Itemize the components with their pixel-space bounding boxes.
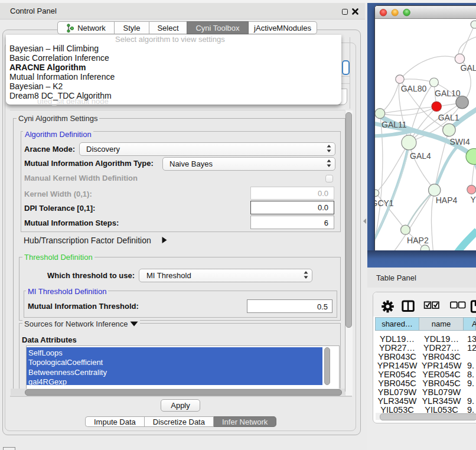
svg-text:GAL1: GAL1 [438,113,459,122]
svg-text:Y: Y [471,195,476,204]
svg-text:GAL4: GAL4 [410,151,431,161]
svg-text:HAP2: HAP2 [407,236,429,245]
svg-text:GAL10: GAL10 [435,89,461,98]
svg-text:HAP4: HAP4 [436,195,458,205]
svg-text:GAL11: GAL11 [382,120,407,129]
svg-text:SWI4: SWI4 [450,137,470,146]
svg-text:GAL7: GAL7 [461,63,476,73]
svg-text:GAL80: GAL80 [401,84,427,93]
svg-text:GCY1: GCY1 [375,198,394,208]
